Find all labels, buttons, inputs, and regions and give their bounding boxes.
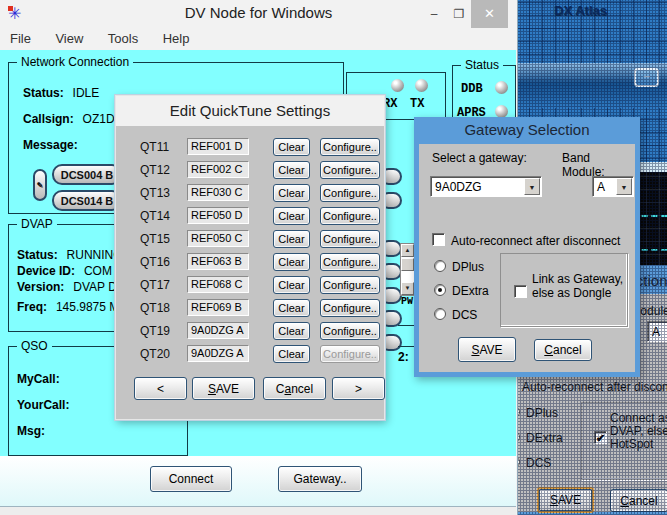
band-module-label: Band Module: — [562, 151, 635, 179]
qt-configure-button[interactable]: Configure.. — [320, 184, 380, 202]
dx-atlas-title: DX Atlas — [554, 3, 607, 18]
net-status-label: Status: — [23, 86, 64, 100]
qt-clear-button[interactable]: Clear — [273, 138, 310, 156]
preset-button-dcs004b[interactable]: DCS004 B — [52, 164, 122, 185]
dvap-version-label: Version: — [17, 280, 64, 294]
maximize-button[interactable]: ❐ — [447, 0, 471, 28]
qt-value-field[interactable]: REF002 C — [187, 161, 249, 178]
qt-value-field[interactable]: REF069 B — [187, 299, 249, 316]
qt-id: QT11 — [140, 140, 169, 154]
minimize-button[interactable]: – — [421, 0, 447, 28]
menu-help[interactable]: Help — [153, 28, 200, 49]
qt-configure-button[interactable]: Configure.. — [320, 161, 380, 179]
pw-label: PW — [401, 296, 413, 307]
spinner-down-icon[interactable]: ▼ — [401, 282, 414, 295]
ghost-dcs-label: DCS — [526, 456, 551, 470]
radio-dplus[interactable] — [434, 260, 446, 272]
bottom-panel — [0, 456, 516, 506]
quicktune-rows: QT11 REF001 D Clear Configure.. QT12 REF… — [116, 136, 384, 366]
auto-reconnect-checkbox[interactable] — [432, 233, 445, 246]
qt-clear-button[interactable]: Clear — [273, 276, 310, 294]
dvap-freq-value: 145.9875 M — [56, 300, 119, 314]
ghost-cancel-button[interactable]: Cancel — [610, 489, 667, 512]
qt-value-field[interactable]: REF030 C — [187, 184, 249, 201]
gateway-button[interactable]: Gateway.. — [278, 466, 362, 492]
qt-configure-button[interactable]: Configure.. — [320, 230, 380, 248]
ghost-dvap-checkbox[interactable]: ✔ — [594, 431, 607, 444]
ghost-save-button[interactable]: SAVE — [537, 487, 594, 513]
spinner-thumb[interactable] — [401, 258, 414, 271]
qt-configure-button[interactable]: Configure.. — [320, 253, 380, 271]
gateway-dropdown-arrow-icon[interactable]: ▼ — [524, 178, 540, 195]
qt-clear-button[interactable]: Clear — [273, 253, 310, 271]
ghost-dvap-label: Connect as DVAP, else as HotSpot — [610, 412, 667, 451]
net-callsign-label: Callsign: — [23, 112, 74, 126]
qt-clear-button[interactable]: Clear — [273, 299, 310, 317]
spinner-up-icon[interactable]: ▲ — [401, 244, 414, 257]
qt-configure-button[interactable]: Configure.. — [320, 138, 380, 156]
qt-configure-button[interactable]: Configure.. — [320, 322, 380, 340]
close-button[interactable]: ✕ — [471, 0, 508, 28]
gw-cancel-button[interactable]: Cancel — [534, 339, 592, 361]
network-connection-legend: Network Connection — [17, 55, 133, 69]
qt-value-field[interactable]: REF050 D — [187, 207, 249, 224]
pw-spinner[interactable]: ▲ ▼ — [400, 243, 415, 296]
dcs-label: DCS — [452, 308, 477, 322]
quicktune-row: QT11 REF001 D Clear Configure.. — [116, 136, 384, 159]
quicktune-row: QT13 REF030 C Clear Configure.. — [116, 182, 384, 205]
qt-configure-button[interactable]: Configure.. — [320, 299, 380, 317]
screen: DX Atlas – Gateway Selection Band Module… — [0, 0, 667, 515]
menu-tools[interactable]: Tools — [98, 28, 148, 49]
qt-next-button[interactable]: > — [332, 377, 385, 400]
dx-atlas-minimize-button[interactable]: – — [634, 68, 659, 87]
band-combo[interactable]: A ▼ — [592, 176, 634, 197]
gw-save-button[interactable]: SAVE — [458, 337, 516, 362]
quicktune-row: QT14 REF050 D Clear Configure.. — [116, 205, 384, 228]
titlebar[interactable]: ✳ DV Node for Windows – ❐ ✕ — [0, 0, 517, 28]
qt-prev-button[interactable]: < — [134, 377, 187, 400]
fragment-2-label: 2: — [398, 350, 409, 364]
qt-cancel-button[interactable]: Cancel — [263, 377, 326, 400]
ghost-band-combo[interactable]: A ▼ — [647, 321, 667, 342]
qt-value-field[interactable]: 9A0DZG A — [187, 322, 249, 339]
qt-value-field[interactable]: REF068 C — [187, 276, 249, 293]
rx-label: RX — [383, 97, 397, 111]
tx-label: TX — [410, 97, 424, 111]
band-dropdown-arrow-icon[interactable]: ▼ — [616, 178, 632, 195]
radio-dcs[interactable] — [434, 308, 446, 320]
quicktune-row: QT18 REF069 B Clear Configure.. — [116, 297, 384, 320]
qso-legend: QSO — [17, 339, 52, 353]
qt-value-field[interactable]: REF063 B — [187, 253, 249, 270]
qt-clear-button[interactable]: Clear — [273, 161, 310, 179]
dplus-label: DPlus — [452, 260, 484, 274]
dvap-device-label: Device ID: — [17, 264, 75, 278]
select-gateway-label: Select a gateway: — [432, 151, 527, 165]
gateway-combo[interactable]: 9A0DZG ▼ — [430, 176, 542, 197]
qt-value-field[interactable]: REF050 C — [187, 230, 249, 247]
qt-configure-button[interactable]: Configure.. — [320, 207, 380, 225]
qt-clear-button[interactable]: Clear — [273, 207, 310, 225]
preset-button-dcs014b[interactable]: DCS014 B — [52, 190, 122, 211]
qt-clear-button[interactable]: Clear — [273, 322, 310, 340]
link-gateway-checkbox[interactable] — [514, 285, 527, 298]
qt-clear-button[interactable]: Clear — [273, 184, 310, 202]
band-combo-value: A — [597, 180, 605, 194]
tx-led-icon — [415, 79, 428, 92]
qso-mycall-label: MyCall: — [17, 372, 60, 386]
edit-message-button[interactable]: ✎ — [33, 169, 47, 201]
link-gateway-label: Link as Gateway, else as Dongle — [532, 272, 623, 300]
qt-clear-button[interactable]: Clear — [273, 230, 310, 248]
qt-id: QT15 — [140, 232, 170, 246]
dvap-device-value: COM — [84, 264, 112, 278]
connect-button[interactable]: Connect — [150, 466, 232, 492]
qt-value-field[interactable]: 9A0DZG A — [187, 345, 249, 362]
qt-id: QT13 — [140, 186, 170, 200]
qt-configure-button[interactable]: Configure.. — [320, 276, 380, 294]
qt-save-button[interactable]: SAVE — [192, 377, 255, 400]
qt-value-field[interactable]: REF001 D — [187, 138, 249, 155]
ghost-dextra-label: DExtra — [526, 431, 563, 445]
qt-clear-button[interactable]: Clear — [273, 345, 310, 363]
radio-dextra[interactable] — [434, 284, 446, 296]
menu-file[interactable]: File — [0, 28, 41, 49]
menu-view[interactable]: View — [45, 28, 93, 49]
